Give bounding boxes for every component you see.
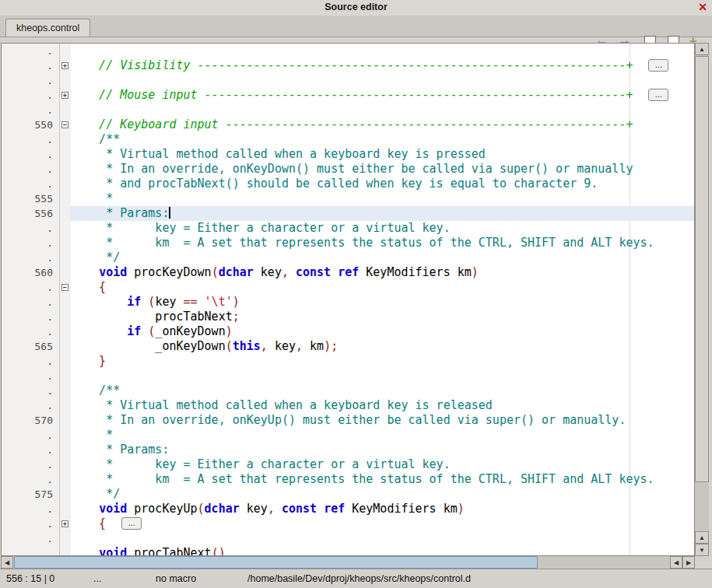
code-text: /** [71, 383, 120, 398]
line-number: . [2, 103, 53, 117]
line-number: 556 [2, 206, 53, 221]
code-line[interactable]: . * Virtual method called when a keyboar… [2, 147, 694, 162]
vertical-scrollbar[interactable]: ▲ ▲ ▼ [695, 43, 709, 556]
scroll-left-icon[interactable]: ◀ [670, 556, 682, 569]
close-icon[interactable]: ✕ [698, 1, 707, 13]
code-line[interactable]: .+ {... [2, 516, 694, 531]
code-line[interactable]: 570 * In an override, onKeyUp() must eit… [2, 413, 694, 428]
code-text: if (key == '\t') [71, 295, 240, 310]
fold-marker[interactable]: + [61, 92, 68, 99]
line-number: . [2, 324, 53, 339]
code-line[interactable]: . * and procTabNext() should be called w… [2, 177, 694, 191]
code-text: } [71, 354, 106, 369]
code-text: * Params: [71, 443, 169, 457]
line-number: . [2, 428, 53, 443]
code-line[interactable]: . [2, 103, 694, 117]
line-number: . [2, 310, 53, 324]
line-number: . [2, 250, 53, 265]
fold-marker[interactable]: + [61, 520, 68, 527]
line-number: . [2, 177, 53, 191]
line-number: . [2, 531, 53, 546]
fold-marker[interactable]: − [61, 121, 68, 128]
code-text: // Mouse input -------------------------… [71, 88, 668, 103]
code-text: * Virtual method called when a keyboard … [71, 398, 493, 413]
code-line[interactable]: . * Params: [2, 443, 694, 457]
code-line[interactable]: . if (_onKeyDown) [2, 324, 694, 339]
status-bar: 556 : 15 | 0 ... no macro /home/basile/D… [0, 569, 712, 588]
line-number: . [2, 354, 53, 369]
tab-bar: kheops.control ← → + [0, 16, 712, 37]
code-text: if (_onKeyDown) [71, 324, 233, 339]
code-text: * Params: [71, 206, 170, 221]
line-number: 570 [2, 413, 53, 428]
code-line[interactable]: . [2, 73, 694, 88]
code-line[interactable]: . */ [2, 250, 694, 265]
caret-position: 556 : 15 | 0 [6, 573, 54, 584]
fold-marker[interactable]: + [61, 62, 68, 69]
tab-kheops-control[interactable]: kheops.control [5, 19, 90, 37]
code-line[interactable]: . * Virtual method called when a keyboar… [2, 398, 694, 413]
line-number: . [2, 236, 53, 250]
code-line[interactable]: . * km = A set that represents the statu… [2, 472, 694, 487]
fold-ellipsis-button[interactable]: ... [121, 517, 142, 530]
code-line[interactable]: .+ // Visibility -----------------------… [2, 58, 694, 73]
line-number: . [2, 221, 53, 236]
window-titlebar[interactable]: Source editor ✕ [0, 0, 712, 16]
scroll-up-icon[interactable]: ▲ [695, 531, 709, 544]
scroll-right-icon[interactable]: ▶ [682, 556, 695, 569]
code-line[interactable]: . if (key == '\t') [2, 295, 694, 310]
fold-ellipsis-button[interactable]: ... [648, 59, 668, 72]
code-line[interactable]: . } [2, 354, 694, 369]
line-number: . [2, 280, 53, 295]
code-line[interactable]: . [2, 44, 694, 58]
code-line[interactable]: . * In an override, onKeyDown() must eit… [2, 162, 694, 177]
code-line[interactable]: 560 void procKeyDown(dchar key, const re… [2, 265, 694, 280]
code-text: * [71, 428, 113, 443]
scroll-down-icon[interactable]: ▼ [695, 544, 709, 556]
code-line[interactable]: . /** [2, 132, 694, 147]
code-line[interactable]: . void procTabNext() [2, 546, 694, 556]
code-text: void procKeyUp(dchar key, const ref KeyM… [71, 502, 465, 516]
code-text: * In an override, onKeyDown() must eithe… [71, 162, 633, 177]
line-number: 565 [2, 339, 53, 354]
line-number: . [2, 58, 53, 73]
code-line[interactable]: . * key = Either a character or a virtua… [2, 221, 694, 236]
line-number: 555 [2, 191, 53, 206]
horizontal-scrollbar[interactable]: ◀ ◀ ▶ [1, 556, 695, 569]
fold-marker[interactable]: − [61, 284, 68, 291]
line-number: 560 [2, 265, 53, 280]
code-text: void procKeyDown(dchar key, const ref Ke… [71, 265, 479, 280]
scroll-left-icon[interactable]: ◀ [1, 556, 13, 569]
code-editor[interactable]: ..+ // Visibility ----------------------… [1, 43, 695, 556]
code-line[interactable]: 565 _onKeyDown(this, key, km); [2, 339, 694, 354]
editor-lines: ..+ // Visibility ----------------------… [2, 44, 694, 555]
code-line[interactable]: . [2, 369, 694, 383]
code-line[interactable]: .− { [2, 280, 694, 295]
code-line[interactable]: . procTabNext; [2, 310, 694, 324]
horizontal-scrollbar-thumb[interactable] [14, 556, 538, 569]
code-text: * km = A set that represents the status … [71, 236, 654, 250]
scroll-up-icon[interactable]: ▲ [695, 43, 709, 55]
vertical-scrollbar-thumb[interactable] [695, 56, 709, 482]
line-number: . [2, 472, 53, 487]
code-line[interactable]: . void procKeyUp(dchar key, const ref Ke… [2, 502, 694, 516]
code-line[interactable]: . * km = A set that represents the statu… [2, 236, 694, 250]
code-line[interactable]: . * [2, 428, 694, 443]
fold-ellipsis-button[interactable]: ... [648, 89, 668, 101]
tab-label: kheops.control [16, 23, 79, 33]
code-line[interactable]: 550− // Keyboard input -----------------… [2, 117, 694, 132]
code-line[interactable]: 555 * [2, 191, 694, 206]
file-path: /home/basile/Dev/dproj/kheops/src/kheops… [247, 573, 471, 584]
code-line[interactable]: .+ // Mouse input ----------------------… [2, 88, 694, 103]
code-text: */ [71, 487, 120, 502]
code-text: {... [71, 516, 142, 531]
code-line[interactable]: . [2, 531, 694, 546]
code-line[interactable]: 575 */ [2, 487, 694, 502]
code-line[interactable]: . * key = Either a character or a virtua… [2, 457, 694, 472]
code-line[interactable]: . /** [2, 383, 694, 398]
line-number: 575 [2, 487, 53, 502]
code-line[interactable]: 556 * Params: [2, 206, 694, 221]
code-text: void procTabNext() [71, 546, 226, 556]
line-number: . [2, 44, 53, 58]
code-text: * key = Either a character or a virtual … [71, 457, 451, 472]
